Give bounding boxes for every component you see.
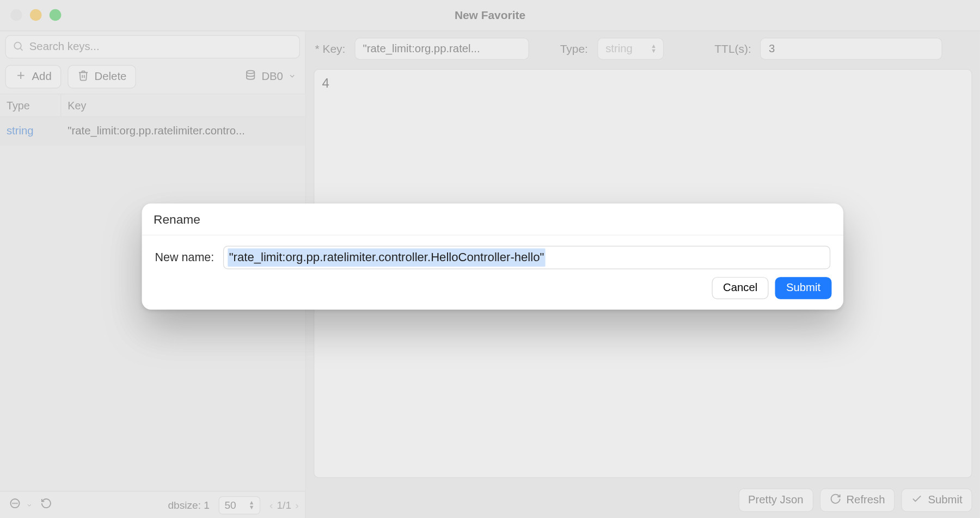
modal-submit-label: Submit <box>786 282 820 294</box>
app-window: New Favorite Add <box>0 0 980 518</box>
modal-title: Rename <box>142 203 843 236</box>
modal-submit-button[interactable]: Submit <box>775 277 832 299</box>
cancel-label: Cancel <box>723 282 757 294</box>
new-name-label: New name: <box>155 251 214 264</box>
new-name-value: "rate_limit:org.pp.ratelimiter.controlle… <box>228 249 545 267</box>
rename-modal: Rename New name: "rate_limit:org.pp.rate… <box>142 203 843 310</box>
new-name-input[interactable]: "rate_limit:org.pp.ratelimiter.controlle… <box>223 246 830 269</box>
cancel-button[interactable]: Cancel <box>712 277 769 299</box>
